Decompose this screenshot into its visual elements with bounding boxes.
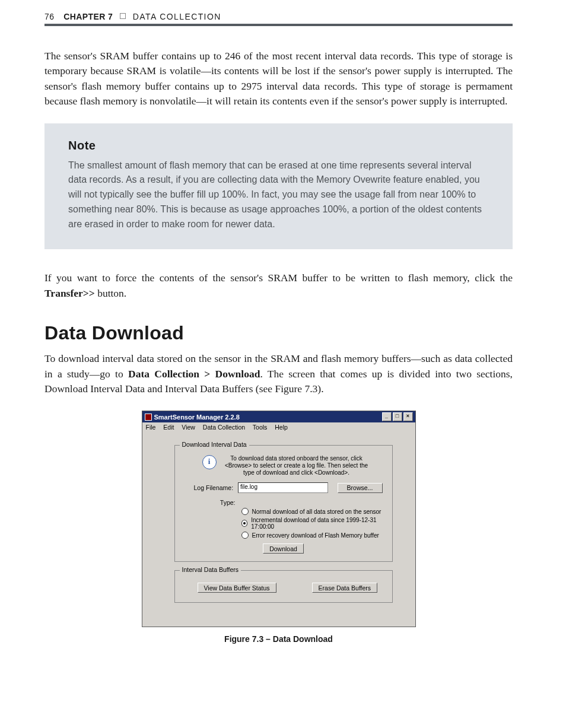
menu-edit[interactable]: Edit [163, 424, 174, 431]
para2-a: If you want to force the contents of the… [44, 272, 513, 284]
info-icon: i [202, 455, 217, 469]
download-button[interactable]: Download [263, 543, 304, 554]
radio-error-recovery[interactable] [241, 532, 249, 539]
minimize-button[interactable]: _ [382, 412, 392, 421]
group-legend-download: Download Interval Data [180, 441, 249, 448]
para2-b: button. [95, 287, 126, 299]
radio-normal-label: Normal download of all data stored on th… [252, 508, 381, 515]
group-legend-buffers: Interval Data Buffers [180, 566, 241, 573]
download-interval-data-group: Download Interval Data i To download dat… [174, 445, 393, 562]
browse-button[interactable]: Browse... [338, 483, 383, 493]
menu-path-ref: Data Collection > Download [128, 368, 260, 380]
body-paragraph-1: The sensor's SRAM buffer contains up to … [44, 49, 513, 109]
menu-file[interactable]: File [146, 424, 156, 431]
interval-data-buffers-group: Interval Data Buffers View Data Buffer S… [174, 570, 393, 603]
info-text: To download data stored onboard the sens… [222, 455, 383, 476]
transfer-button-ref: Transfer>> [44, 287, 95, 299]
section-heading: Data Download [44, 322, 513, 344]
titlebar: SmartSensor Manager 2.2.8 _ □ × [142, 411, 415, 422]
chapter-title: DATA COLLECTION [133, 12, 221, 21]
view-buffer-status-button[interactable]: View Data Buffer Status [198, 583, 276, 593]
menubar: File Edit View Data Collection Tools Hel… [142, 422, 415, 432]
app-window: SmartSensor Manager 2.2.8 _ □ × File Edi… [142, 411, 416, 627]
body-paragraph-3: To download interval data stored on the … [44, 351, 513, 396]
chapter-label: CHAPTER 7 [63, 12, 113, 21]
page-header: 76 CHAPTER 7 DATA COLLECTION [44, 12, 513, 26]
menu-tools[interactable]: Tools [253, 424, 268, 431]
app-title: SmartSensor Manager 2.2.8 [154, 414, 240, 421]
type-label: Type: [189, 499, 236, 506]
note-title: Note [68, 139, 489, 152]
radio-incremental-label: Incremental download of data since 1999-… [251, 517, 382, 530]
radio-incremental[interactable] [241, 520, 248, 527]
menu-data-collection[interactable]: Data Collection [203, 424, 245, 431]
maximize-button[interactable]: □ [393, 412, 402, 421]
chapter-divider-icon [120, 13, 126, 19]
figure-caption: Figure 7.3 – Data Download [44, 634, 513, 644]
erase-buffers-button[interactable]: Erase Data Buffers [312, 583, 378, 593]
radio-error-recovery-label: Error recovery download of Flash Memory … [252, 532, 379, 539]
log-filename-label: Log Filename: [189, 484, 234, 491]
body-paragraph-2: If you want to force the contents of the… [44, 271, 513, 301]
radio-normal[interactable] [241, 508, 249, 515]
note-body: The smallest amount of flash memory that… [68, 158, 489, 232]
close-button[interactable]: × [403, 412, 413, 421]
note-box: Note The smallest amount of flash memory… [44, 123, 513, 250]
log-filename-input[interactable]: file.log [238, 482, 327, 493]
app-icon [145, 414, 152, 421]
menu-view[interactable]: View [182, 424, 195, 431]
menu-help[interactable]: Help [275, 424, 288, 431]
page-number: 76 [44, 12, 61, 21]
